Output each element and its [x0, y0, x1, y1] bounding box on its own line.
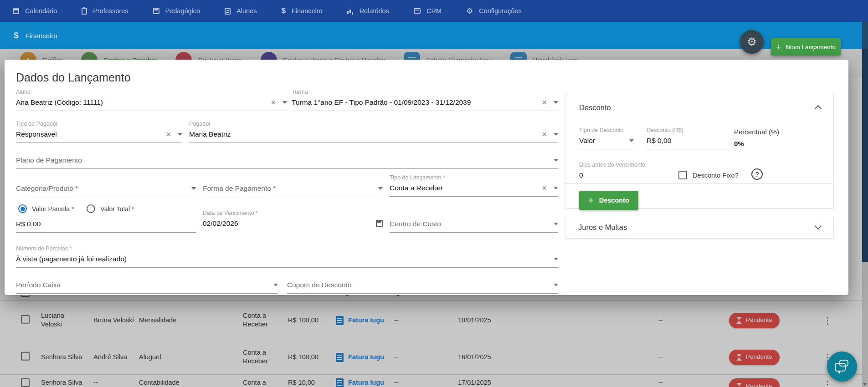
nav-label: Calendário: [25, 7, 57, 15]
aluno-field[interactable]: Aluno Ana Beatriz (Código: 11111) ×: [16, 89, 287, 111]
chevron-down-icon[interactable]: [554, 133, 558, 136]
add-desconto-button[interactable]: + Desconto: [579, 191, 638, 210]
bar-chart-icon: [347, 8, 354, 14]
nav-item-professores[interactable]: Professores: [82, 7, 128, 15]
help-icon[interactable]: ?: [751, 168, 763, 180]
clear-icon[interactable]: ×: [542, 184, 547, 192]
chat-bubble-icon: [835, 363, 846, 372]
field-placeholder: Plano de Pagamento: [16, 156, 554, 164]
chevron-up-icon[interactable]: [815, 105, 822, 112]
nav-item-relatorios[interactable]: Relatórios: [347, 7, 389, 15]
nav-label: Financeiro: [292, 7, 323, 15]
nav-item-crm[interactable]: CRM: [414, 7, 442, 15]
dollar-icon: $: [281, 6, 285, 15]
nav-label: Professores: [93, 7, 128, 15]
field-value: Valor: [579, 137, 629, 145]
field-value: Responsável: [16, 130, 162, 138]
field-value: Maria Beatriz: [189, 130, 538, 138]
plus-icon: +: [588, 195, 594, 206]
field-value: Turma 1°ano EF - Tipo Padrão - 01/09/202…: [292, 98, 538, 107]
chevron-down-icon[interactable]: [273, 284, 278, 286]
dias-antes-vencimento-field[interactable]: Dias antes do Vencimento 0: [579, 162, 652, 184]
plus-icon: +: [776, 43, 781, 51]
radio-valor-parcela[interactable]: Valor Parcela *: [18, 204, 74, 213]
tipo-pagador-field[interactable]: Tipo de Pagador Responsável ×: [16, 121, 182, 143]
desconto-card: Desconto Tipo de Desconto Valor Desconto…: [565, 94, 834, 209]
desconto-card-title: Desconto: [579, 103, 611, 112]
dialog-title: Dados do Lançamento: [16, 71, 131, 84]
field-value: 02/02/2026: [203, 219, 376, 228]
nav-item-financeiro[interactable]: $ Financeiro: [281, 6, 322, 15]
desconto-fixo-checkbox[interactable]: Desconto Fixo?: [678, 171, 739, 179]
calendar-icon[interactable]: [376, 220, 383, 227]
chevron-down-icon[interactable]: [178, 133, 182, 136]
field-value: À vista (pagamento já foi realizado): [16, 255, 554, 263]
page-title-label: Financeiro: [26, 32, 57, 40]
radio-unselected-icon: [87, 204, 95, 213]
dollar-icon: $: [14, 31, 19, 41]
chevron-down-icon[interactable]: [554, 187, 558, 189]
nav-label: CRM: [426, 7, 442, 15]
clear-icon[interactable]: ×: [542, 98, 547, 107]
nav-item-configuracoes[interactable]: ⚙ Configurações: [466, 7, 522, 15]
chevron-down-icon[interactable]: [815, 223, 822, 230]
field-value: 0: [579, 171, 652, 179]
calendar-icon: [13, 8, 19, 14]
chevron-down-icon[interactable]: [191, 187, 196, 190]
tipo-lancamento-field[interactable]: Tipo do Lançamento * Conta a Receber ×: [390, 174, 558, 197]
chevron-down-icon[interactable]: [554, 101, 558, 104]
gear-icon: ⚙: [466, 7, 473, 15]
field-label: Dias antes do Vencimento: [579, 162, 652, 168]
data-vencimento-field[interactable]: Data de Vencimento * 02/02/2026: [203, 210, 383, 232]
field-label: Desconto (R$): [647, 127, 729, 133]
clear-icon[interactable]: ×: [542, 130, 547, 138]
novo-lancamento-button[interactable]: + Novo Lançamento: [771, 38, 841, 56]
screen: Calendário Professores Pedagógico Alunos…: [0, 0, 868, 387]
categoria-produto-field[interactable]: Categoria/Produto *: [16, 184, 196, 197]
financeiro-header-bar: $ Financeiro: [0, 22, 862, 49]
valor-radio-group: Valor Parcela * Valor Total *: [18, 204, 134, 213]
tipo-desconto-field[interactable]: Tipo de Desconto Valor: [579, 127, 634, 149]
radio-valor-total[interactable]: Valor Total *: [87, 204, 134, 213]
field-label: Aluno: [16, 89, 287, 95]
dados-do-lancamento-dialog: Dados do Lançamento Aluno Ana Beatriz (C…: [5, 60, 848, 295]
field-label: Tipo do Lançamento *: [390, 174, 558, 181]
nav-label: Relatórios: [360, 7, 389, 15]
chevron-down-icon[interactable]: [554, 258, 558, 260]
clear-icon[interactable]: ×: [271, 98, 276, 107]
clipboard-icon: [82, 8, 87, 15]
chevron-down-icon[interactable]: [554, 223, 558, 225]
chevron-down-icon[interactable]: [554, 159, 558, 162]
valor-field[interactable]: R$ 0,00: [16, 220, 196, 233]
cupom-desconto-field[interactable]: Cupom de Desconto: [287, 281, 558, 294]
chevron-down-icon[interactable]: [629, 139, 634, 142]
nav-item-alunos[interactable]: Alunos: [225, 7, 257, 15]
student-badge-icon: [225, 8, 231, 15]
field-label: Data de Vencimento *: [203, 210, 383, 216]
chevron-down-icon[interactable]: [554, 284, 558, 286]
centro-custo-field[interactable]: Centro de Custo: [390, 220, 558, 233]
nav-item-pedagogico[interactable]: Pedagógico: [153, 7, 200, 15]
chat-fab-button[interactable]: [827, 351, 857, 382]
settings-fab-button[interactable]: ⚙: [740, 30, 764, 54]
periodo-caixa-field[interactable]: Período Caixa: [16, 281, 278, 294]
field-placeholder: Período Caixa: [16, 281, 273, 289]
plano-pagamento-field[interactable]: Plano de Pagamento: [16, 156, 558, 169]
divider: [565, 183, 833, 184]
juros-card-title: Juros e Multas: [578, 223, 627, 232]
chevron-down-icon[interactable]: [282, 101, 287, 104]
chevron-down-icon[interactable]: [378, 187, 383, 190]
nav-label: Alunos: [236, 7, 257, 15]
field-value: Conta a Receber: [390, 184, 538, 192]
nav-item-calendario[interactable]: Calendário: [13, 7, 57, 15]
top-navbar: Calendário Professores Pedagógico Alunos…: [0, 0, 868, 22]
turma-field[interactable]: Turma Turma 1°ano EF - Tipo Padrão - 01/…: [292, 89, 558, 111]
desconto-valor-field[interactable]: Desconto (R$) R$ 0,00: [647, 127, 729, 149]
juros-e-multas-card[interactable]: Juros e Multas: [565, 216, 834, 239]
forma-pagamento-field[interactable]: Forma de Pagamento *: [203, 184, 383, 197]
clear-icon[interactable]: ×: [166, 130, 171, 138]
numero-parcelas-field[interactable]: Número de Parcelas * À vista (pagamento …: [16, 245, 558, 268]
field-value: R$ 0,00: [647, 137, 729, 145]
field-label: Turma: [292, 89, 558, 95]
pagador-field[interactable]: Pagador Maria Beatriz ×: [189, 121, 558, 143]
